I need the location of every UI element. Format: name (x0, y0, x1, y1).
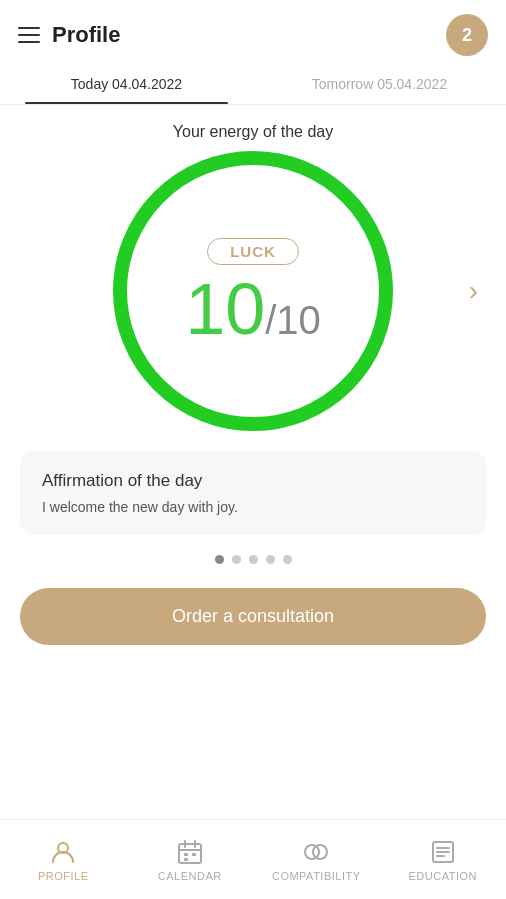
carousel-dots (0, 555, 506, 564)
affirmation-card: Affirmation of the day I welcome the new… (20, 451, 486, 535)
nav-label-calendar: CALENDAR (158, 870, 222, 882)
notification-badge[interactable]: 2 (446, 14, 488, 56)
dot-1[interactable] (215, 555, 224, 564)
svg-rect-1 (179, 844, 201, 863)
score-display: 10 / 10 (185, 273, 321, 345)
nav-item-education[interactable]: EDUCATION (380, 838, 507, 882)
header: Profile 2 (0, 0, 506, 66)
affirmation-title: Affirmation of the day (42, 471, 464, 491)
score-total: 10 (276, 298, 321, 343)
affirmation-text: I welcome the new day with joy. (42, 499, 464, 515)
profile-icon (49, 838, 77, 866)
energy-subtitle: Your energy of the day (0, 123, 506, 141)
education-icon (429, 838, 457, 866)
bottom-nav: PROFILE CALENDAR COMPATIBILITY (0, 819, 506, 899)
dot-5[interactable] (283, 555, 292, 564)
category-badge: LUCK (207, 238, 299, 265)
page-title: Profile (52, 22, 120, 48)
score-main: 10 (185, 273, 265, 345)
nav-label-compatibility: COMPATIBILITY (272, 870, 361, 882)
nav-item-calendar[interactable]: CALENDAR (127, 838, 254, 882)
dot-3[interactable] (249, 555, 258, 564)
menu-icon[interactable] (18, 27, 40, 43)
nav-label-profile: PROFILE (38, 870, 89, 882)
calendar-icon (176, 838, 204, 866)
compatibility-icon (302, 838, 330, 866)
nav-item-profile[interactable]: PROFILE (0, 838, 127, 882)
svg-rect-6 (192, 853, 196, 856)
energy-circle-container: LUCK 10 / 10 › (0, 151, 506, 431)
dot-4[interactable] (266, 555, 275, 564)
tab-tomorrow[interactable]: Tomorrow 05.04.2022 (253, 66, 506, 104)
date-tabs: Today 04.04.2022 Tomorrow 05.04.2022 (0, 66, 506, 105)
next-arrow[interactable]: › (469, 275, 478, 307)
svg-rect-5 (184, 853, 188, 856)
dot-2[interactable] (232, 555, 241, 564)
nav-label-education: EDUCATION (409, 870, 477, 882)
order-consultation-button[interactable]: Order a consultation (20, 588, 486, 645)
nav-item-compatibility[interactable]: COMPATIBILITY (253, 838, 380, 882)
tab-today[interactable]: Today 04.04.2022 (0, 66, 253, 104)
energy-ring: LUCK 10 / 10 (113, 151, 393, 431)
svg-rect-7 (184, 858, 188, 861)
score-divider: / (265, 298, 276, 343)
header-left: Profile (18, 22, 120, 48)
